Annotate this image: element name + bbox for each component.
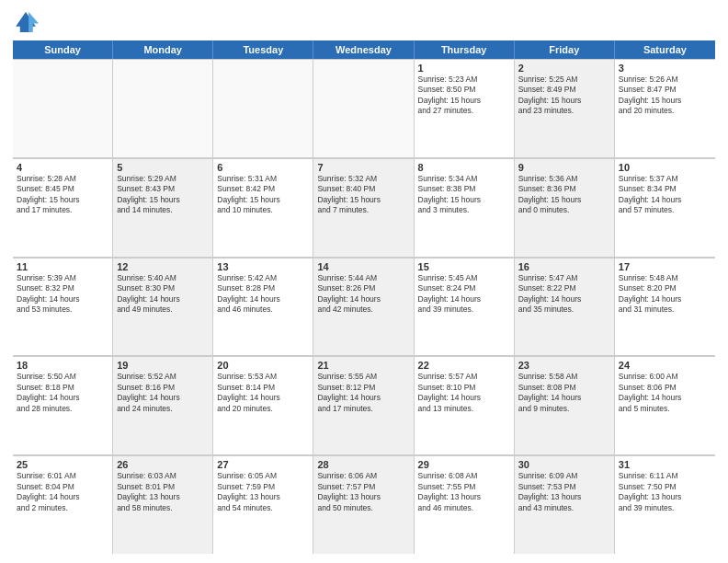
day-number: 28 bbox=[317, 459, 409, 470]
day-number: 11 bbox=[17, 261, 108, 272]
day-number: 31 bbox=[619, 459, 711, 470]
cal-cell: 1Sunrise: 5:23 AMSunset: 8:50 PMDaylight… bbox=[415, 59, 515, 157]
cal-cell: 22Sunrise: 5:57 AMSunset: 8:10 PMDayligh… bbox=[415, 356, 515, 454]
day-number: 7 bbox=[317, 162, 409, 173]
cal-cell: 12Sunrise: 5:40 AMSunset: 8:30 PMDayligh… bbox=[113, 258, 213, 356]
day-number: 10 bbox=[619, 162, 711, 173]
header bbox=[13, 9, 715, 35]
cell-info: Sunrise: 5:53 AMSunset: 8:14 PMDaylight:… bbox=[217, 372, 309, 414]
cell-info: Sunrise: 6:09 AMSunset: 7:53 PMDaylight:… bbox=[518, 471, 610, 513]
day-number: 6 bbox=[217, 162, 309, 173]
cal-cell: 25Sunrise: 6:01 AMSunset: 8:04 PMDayligh… bbox=[13, 455, 113, 554]
cell-info: Sunrise: 5:58 AMSunset: 8:08 PMDaylight:… bbox=[518, 372, 610, 414]
cal-cell: 16Sunrise: 5:47 AMSunset: 8:22 PMDayligh… bbox=[515, 258, 615, 356]
cell-info: Sunrise: 5:36 AMSunset: 8:36 PMDaylight:… bbox=[518, 174, 610, 216]
cal-cell: 7Sunrise: 5:32 AMSunset: 8:40 PMDaylight… bbox=[313, 158, 414, 257]
cal-cell bbox=[13, 59, 113, 157]
cal-cell bbox=[313, 59, 414, 157]
calendar-row-5: 25Sunrise: 6:01 AMSunset: 8:04 PMDayligh… bbox=[13, 455, 715, 554]
day-number: 25 bbox=[17, 459, 108, 470]
cal-cell bbox=[113, 59, 213, 157]
day-number: 13 bbox=[217, 261, 309, 272]
day-number: 3 bbox=[619, 63, 711, 74]
header-day-wednesday: Wednesday bbox=[313, 40, 414, 59]
calendar-row-1: 1Sunrise: 5:23 AMSunset: 8:50 PMDaylight… bbox=[13, 59, 715, 158]
cal-cell: 5Sunrise: 5:29 AMSunset: 8:43 PMDaylight… bbox=[113, 158, 213, 257]
svg-marker-1 bbox=[28, 12, 39, 32]
cal-cell: 4Sunrise: 5:28 AMSunset: 8:45 PMDaylight… bbox=[13, 158, 113, 257]
cell-info: Sunrise: 6:03 AMSunset: 8:01 PMDaylight:… bbox=[117, 471, 209, 513]
cell-info: Sunrise: 5:26 AMSunset: 8:47 PMDaylight:… bbox=[619, 75, 711, 117]
calendar-body: 1Sunrise: 5:23 AMSunset: 8:50 PMDaylight… bbox=[13, 59, 715, 554]
day-number: 2 bbox=[518, 63, 610, 74]
day-number: 18 bbox=[17, 360, 108, 371]
cell-info: Sunrise: 5:25 AMSunset: 8:49 PMDaylight:… bbox=[518, 75, 610, 117]
cal-cell: 17Sunrise: 5:48 AMSunset: 8:20 PMDayligh… bbox=[615, 258, 715, 356]
cal-cell: 27Sunrise: 6:05 AMSunset: 7:59 PMDayligh… bbox=[213, 455, 313, 554]
calendar-row-3: 11Sunrise: 5:39 AMSunset: 8:32 PMDayligh… bbox=[13, 258, 715, 357]
logo-icon bbox=[13, 9, 39, 35]
cal-cell: 15Sunrise: 5:45 AMSunset: 8:24 PMDayligh… bbox=[415, 258, 515, 356]
cell-info: Sunrise: 5:31 AMSunset: 8:42 PMDaylight:… bbox=[217, 174, 309, 216]
day-number: 17 bbox=[619, 261, 711, 272]
header-day-tuesday: Tuesday bbox=[213, 40, 313, 59]
day-number: 16 bbox=[518, 261, 610, 272]
day-number: 14 bbox=[317, 261, 409, 272]
cal-cell: 3Sunrise: 5:26 AMSunset: 8:47 PMDaylight… bbox=[615, 59, 715, 157]
cal-cell: 23Sunrise: 5:58 AMSunset: 8:08 PMDayligh… bbox=[515, 356, 615, 454]
day-number: 5 bbox=[117, 162, 209, 173]
cal-cell: 9Sunrise: 5:36 AMSunset: 8:36 PMDaylight… bbox=[515, 158, 615, 257]
cell-info: Sunrise: 5:44 AMSunset: 8:26 PMDaylight:… bbox=[317, 273, 409, 316]
cell-info: Sunrise: 5:45 AMSunset: 8:24 PMDaylight:… bbox=[418, 273, 510, 316]
cal-cell: 26Sunrise: 6:03 AMSunset: 8:01 PMDayligh… bbox=[113, 455, 213, 554]
calendar-header: SundayMondayTuesdayWednesdayThursdayFrid… bbox=[13, 40, 715, 59]
cell-info: Sunrise: 6:08 AMSunset: 7:55 PMDaylight:… bbox=[418, 471, 510, 513]
cal-cell bbox=[213, 59, 313, 157]
cell-info: Sunrise: 5:50 AMSunset: 8:18 PMDaylight:… bbox=[17, 372, 108, 414]
cal-cell: 14Sunrise: 5:44 AMSunset: 8:26 PMDayligh… bbox=[313, 258, 414, 356]
header-day-monday: Monday bbox=[113, 40, 213, 59]
cell-info: Sunrise: 5:48 AMSunset: 8:20 PMDaylight:… bbox=[619, 273, 711, 316]
cell-info: Sunrise: 6:06 AMSunset: 7:57 PMDaylight:… bbox=[317, 471, 409, 513]
day-number: 23 bbox=[518, 360, 610, 371]
cell-info: Sunrise: 5:40 AMSunset: 8:30 PMDaylight:… bbox=[117, 273, 209, 316]
page: SundayMondayTuesdayWednesdayThursdayFrid… bbox=[0, 0, 728, 563]
cell-info: Sunrise: 5:32 AMSunset: 8:40 PMDaylight:… bbox=[317, 174, 409, 216]
cell-info: Sunrise: 5:37 AMSunset: 8:34 PMDaylight:… bbox=[619, 174, 711, 216]
cal-cell: 11Sunrise: 5:39 AMSunset: 8:32 PMDayligh… bbox=[13, 258, 113, 356]
day-number: 9 bbox=[518, 162, 610, 173]
day-number: 26 bbox=[117, 459, 209, 470]
cal-cell: 24Sunrise: 6:00 AMSunset: 8:06 PMDayligh… bbox=[615, 356, 715, 454]
calendar: SundayMondayTuesdayWednesdayThursdayFrid… bbox=[13, 40, 715, 554]
day-number: 1 bbox=[418, 63, 510, 74]
header-day-thursday: Thursday bbox=[415, 40, 515, 59]
cal-cell: 6Sunrise: 5:31 AMSunset: 8:42 PMDaylight… bbox=[213, 158, 313, 257]
cell-info: Sunrise: 5:57 AMSunset: 8:10 PMDaylight:… bbox=[418, 372, 510, 414]
header-day-sunday: Sunday bbox=[13, 40, 113, 59]
day-number: 8 bbox=[418, 162, 510, 173]
day-number: 24 bbox=[619, 360, 711, 371]
cal-cell: 30Sunrise: 6:09 AMSunset: 7:53 PMDayligh… bbox=[515, 455, 615, 554]
cal-cell: 2Sunrise: 5:25 AMSunset: 8:49 PMDaylight… bbox=[515, 59, 615, 157]
calendar-row-2: 4Sunrise: 5:28 AMSunset: 8:45 PMDaylight… bbox=[13, 158, 715, 258]
day-number: 15 bbox=[418, 261, 510, 272]
cell-info: Sunrise: 6:01 AMSunset: 8:04 PMDaylight:… bbox=[17, 471, 108, 513]
cal-cell: 10Sunrise: 5:37 AMSunset: 8:34 PMDayligh… bbox=[615, 158, 715, 257]
day-number: 29 bbox=[418, 459, 510, 470]
day-number: 21 bbox=[317, 360, 409, 371]
calendar-row-4: 18Sunrise: 5:50 AMSunset: 8:18 PMDayligh… bbox=[13, 356, 715, 455]
cell-info: Sunrise: 5:28 AMSunset: 8:45 PMDaylight:… bbox=[17, 174, 108, 216]
cal-cell: 28Sunrise: 6:06 AMSunset: 7:57 PMDayligh… bbox=[313, 455, 414, 554]
cell-info: Sunrise: 6:11 AMSunset: 7:50 PMDaylight:… bbox=[619, 471, 711, 513]
cell-info: Sunrise: 5:39 AMSunset: 8:32 PMDaylight:… bbox=[17, 273, 108, 316]
cal-cell: 18Sunrise: 5:50 AMSunset: 8:18 PMDayligh… bbox=[13, 356, 113, 454]
cal-cell: 31Sunrise: 6:11 AMSunset: 7:50 PMDayligh… bbox=[615, 455, 715, 554]
cell-info: Sunrise: 6:00 AMSunset: 8:06 PMDaylight:… bbox=[619, 372, 711, 414]
day-number: 4 bbox=[17, 162, 108, 173]
logo bbox=[13, 9, 42, 35]
cell-info: Sunrise: 5:52 AMSunset: 8:16 PMDaylight:… bbox=[117, 372, 209, 414]
cell-info: Sunrise: 5:34 AMSunset: 8:38 PMDaylight:… bbox=[418, 174, 510, 216]
cell-info: Sunrise: 5:42 AMSunset: 8:28 PMDaylight:… bbox=[217, 273, 309, 316]
cal-cell: 29Sunrise: 6:08 AMSunset: 7:55 PMDayligh… bbox=[415, 455, 515, 554]
cal-cell: 13Sunrise: 5:42 AMSunset: 8:28 PMDayligh… bbox=[213, 258, 313, 356]
